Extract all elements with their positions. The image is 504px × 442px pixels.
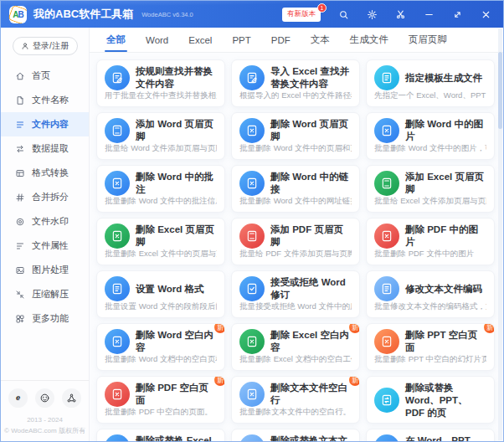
scissors-icon[interactable] bbox=[395, 9, 406, 20]
tool-card[interactable]: 删除 PPT 空白页面 批量删除 PPT 中空白的幻灯片页面。 新 bbox=[366, 323, 495, 371]
footer-years: 2013 - 2024 bbox=[1, 415, 89, 426]
card-description: 批量接受或拒绝 Word 文件中的所有修订 bbox=[239, 301, 352, 311]
minimize-icon[interactable] bbox=[424, 9, 435, 20]
card-x-icon bbox=[374, 224, 399, 249]
card-title: 删除或替换 Word、PPT、PDF 的页 bbox=[405, 382, 486, 419]
card-description: 批量给 PDF 文件添加页眉与页脚，支持嵌入页 bbox=[239, 249, 352, 259]
tool-card[interactable]: 删除 Word 页眉页脚 批量删除 Word 文件中的页眉和页脚 bbox=[231, 112, 360, 160]
card-description: 用于批量在文件中查找并替换相关内容，支持 bbox=[105, 90, 217, 100]
category-tabbar: 全部WordExcelPPTPDF文本生成文件页眉页脚 bbox=[90, 28, 503, 53]
tool-card[interactable]: 添加 Excel 页眉页脚 批量给 Excel 文件添加页眉与页脚，支持嵌入 bbox=[366, 165, 495, 213]
card-description: 先指定一个 Excel、Word、PPT、PDF或文本文 bbox=[374, 90, 486, 100]
tab-header-footer[interactable]: 页眉页脚 bbox=[400, 28, 455, 52]
sidebar-item-merge-split[interactable]: 合并拆分 bbox=[1, 185, 89, 209]
tab-generate-file[interactable]: 生成文件 bbox=[342, 28, 397, 52]
footer-copyright: © WodeABC.com 版权所有 bbox=[1, 426, 89, 437]
sidebar-item-file-watermark[interactable]: 文件水印 bbox=[1, 209, 89, 234]
card-title: 添加 Word 页眉页脚 bbox=[136, 118, 217, 143]
card-swap-icon bbox=[374, 388, 399, 413]
card-doc-icon bbox=[374, 276, 399, 301]
sidebar-item-compress-unzip[interactable]: 压缩解压 bbox=[1, 282, 89, 306]
card-head: 指定模板生成文件 bbox=[374, 65, 486, 90]
feedback-smiley-icon[interactable] bbox=[35, 388, 54, 408]
card-description: 批量删除 Word 文档中的空白页和空白行。 bbox=[105, 354, 217, 364]
card-head: 删除 Word 空白内容 bbox=[105, 329, 217, 354]
scrollbar-thumb[interactable] bbox=[498, 52, 502, 129]
sidebar-item-file-content[interactable]: 文件内容 bbox=[1, 112, 89, 136]
card-description: 批量删除 Word 文件中的图片，可以选择删除 bbox=[374, 143, 486, 153]
card-title: 添加 Excel 页眉页脚 bbox=[405, 171, 486, 196]
card-head: 导入 Excel 查找并替换文件内容 bbox=[239, 65, 352, 90]
search-icon[interactable] bbox=[338, 9, 349, 20]
tool-card[interactable]: 添加 Word 页眉页脚 批量给 Word 文件添加页眉与页脚，支持嵌入 bbox=[96, 112, 225, 160]
browser-icon[interactable] bbox=[8, 388, 28, 408]
card-head: 删除文本文件空白行 bbox=[239, 382, 352, 407]
update-badge[interactable]: 有新版本1 bbox=[282, 8, 321, 22]
card-head: 删除或替换文本文件的行 bbox=[239, 434, 352, 442]
tab-excel[interactable]: Excel bbox=[180, 28, 220, 52]
app-title: 我的ABC软件工具箱 bbox=[33, 7, 133, 22]
tab-ppt[interactable]: PPT bbox=[224, 28, 259, 52]
tool-card[interactable]: 删除或替换文本文件的行 bbox=[231, 429, 360, 442]
card-title: 指定模板生成文件 bbox=[405, 72, 482, 85]
tool-card[interactable]: 删除 Excel 空白内容 批量删除 Excel 文档中的空白工作表、空白行 新 bbox=[231, 323, 360, 371]
close-icon[interactable] bbox=[481, 9, 491, 20]
settings-gear-icon[interactable] bbox=[367, 9, 378, 20]
tool-card[interactable]: 删除 PDF 中的图片 批量删除 PDF 文件中的图片 bbox=[366, 218, 495, 265]
card-header-icon bbox=[105, 118, 130, 143]
sidebar-item-label: 数据提取 bbox=[32, 142, 69, 155]
card-head: 添加 PDF 页眉页脚 bbox=[239, 224, 352, 249]
person-icon bbox=[21, 42, 29, 50]
sidebar-item-image-process[interactable]: 图片处理 bbox=[1, 258, 89, 282]
tool-card[interactable]: 删除 Word 中的批注 批量删除 Word 文件中的批注信息 bbox=[96, 165, 225, 213]
tab-text[interactable]: 文本 bbox=[302, 28, 338, 52]
share-icon[interactable] bbox=[62, 388, 81, 408]
hash-icon bbox=[15, 193, 25, 203]
card-head: 接受或拒绝 Word 修订 bbox=[239, 276, 352, 301]
tool-card[interactable]: 删除 Excel 页眉页脚 批量删除 Excel 文件中的页眉与页脚 bbox=[96, 218, 225, 265]
card-description: 批量删除 Excel 文档中的空白工作表、空白行 bbox=[239, 354, 352, 364]
tool-card[interactable]: 删除或替换 Word、PPT、PDF 的页 批量删除文档中的指定页或将文档中的指… bbox=[366, 376, 495, 424]
sidebar-item-file-name[interactable]: 文件名称 bbox=[1, 88, 89, 112]
tool-card[interactable]: 删除文本文件空白行 批量删除文本文件中的空白行。 新 bbox=[231, 376, 360, 424]
tab-all[interactable]: 全部 bbox=[98, 28, 134, 52]
tool-card[interactable]: 设置 Word 格式 批量设置 Word 文件的段前段后间距等格式信 bbox=[96, 270, 225, 318]
tool-card[interactable]: 修改文本文件编码 批量修改文本文件的编码格式，支持：UTF-8, bbox=[366, 270, 495, 318]
sidebar-item-label: 格式转换 bbox=[32, 167, 69, 179]
tool-card[interactable]: 添加 PDF 页眉页脚 批量给 PDF 文件添加页眉与页脚，支持嵌入页 bbox=[231, 218, 360, 265]
tool-card[interactable]: 按规则查找并替换文件内容 用于批量在文件中查找并替换相关内容，支持 bbox=[96, 59, 225, 107]
tool-card[interactable]: 接受或拒绝 Word 修订 批量接受或拒绝 Word 文件中的所有修订 bbox=[231, 270, 360, 318]
tab-word[interactable]: Word bbox=[137, 28, 177, 52]
sidebar-item-home[interactable]: 首页 bbox=[1, 64, 89, 88]
card-title: 删除 Word 空白内容 bbox=[136, 329, 217, 354]
sidebar-item-data-extract[interactable]: 数据提取 bbox=[1, 136, 89, 161]
tool-card[interactable]: 删除 Word 中的链接 批量删除 Word 文件中的网址链接 bbox=[231, 165, 360, 213]
compress-icon bbox=[15, 290, 25, 300]
tool-card[interactable]: 删除 Word 空白内容 批量删除 Word 文档中的空白页和空白行。 新 bbox=[96, 323, 225, 371]
more-icon bbox=[15, 314, 25, 324]
card-head: 删除 Excel 页眉页脚 bbox=[105, 224, 217, 249]
tool-card[interactable]: 删除或替换 Excel 的 Sheet bbox=[96, 429, 225, 442]
tool-card[interactable]: 删除 Word 中的图片 批量删除 Word 文件中的图片，可以选择删除 bbox=[366, 112, 495, 160]
login-register-button[interactable]: 登录/注册 bbox=[13, 37, 78, 55]
card-title: 设置 Word 格式 bbox=[136, 283, 204, 296]
card-title: 删除 PDF 空白页面 bbox=[136, 382, 217, 407]
vertical-scrollbar[interactable] bbox=[498, 28, 502, 440]
card-head: 删除或替换 Word、PPT、PDF 的页 bbox=[374, 382, 486, 419]
card-head: 删除或替换 Excel 的 Sheet bbox=[105, 434, 217, 442]
card-title: 接受或拒绝 Word 修订 bbox=[270, 276, 352, 301]
maximize-icon[interactable] bbox=[452, 9, 463, 20]
sidebar-item-format-convert[interactable]: 格式转换 bbox=[1, 161, 89, 185]
tool-card-grid: 按规则查找并替换文件内容 用于批量在文件中查找并替换相关内容，支持 导入 Exc… bbox=[90, 53, 503, 442]
tool-card[interactable]: 删除 PDF 空白页面 批量删除 PDF 中空白的页面。 新 bbox=[96, 376, 225, 424]
tool-card[interactable]: 指定模板生成文件 先指定一个 Excel、Word、PPT、PDF或文本文 bbox=[366, 59, 495, 107]
tool-card[interactable]: 在 Word、PPT、PDF 的指定 bbox=[366, 429, 495, 442]
card-head: 删除 PDF 空白页面 bbox=[105, 382, 217, 407]
tab-pdf[interactable]: PDF bbox=[263, 28, 299, 52]
card-description: 批量给 Excel 文件添加页眉与页脚，支持嵌入 bbox=[374, 196, 486, 206]
sidebar-item-more-features[interactable]: 更多功能 bbox=[1, 306, 89, 331]
card-head: 删除 Word 页眉页脚 bbox=[239, 118, 352, 143]
sidebar-item-file-props[interactable]: 文件属性 bbox=[1, 234, 89, 258]
tool-card[interactable]: 导入 Excel 查找并替换文件内容 根据导入的 Excel 中的文件路径和查找… bbox=[231, 59, 360, 107]
card-description: 批量删除 Excel 文件中的页眉与页脚 bbox=[105, 249, 217, 259]
